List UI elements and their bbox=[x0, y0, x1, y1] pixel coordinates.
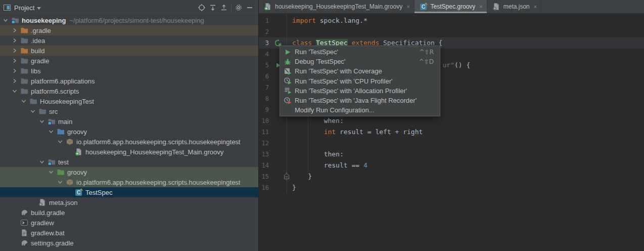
line-number[interactable]: 9 bbox=[259, 104, 269, 115]
line-number[interactable]: 15 bbox=[259, 171, 269, 182]
tree-item-groovy[interactable]: groovy bbox=[0, 127, 258, 137]
close-icon[interactable]: × bbox=[406, 4, 409, 10]
chevron-expanded-icon[interactable] bbox=[38, 117, 48, 126]
tree-item-platform6-scripts[interactable]: platform6.scripts bbox=[0, 86, 258, 96]
editor-tab-meta-json[interactable]: meta.json× bbox=[487, 0, 541, 13]
code-line-1[interactable]: 1import spock.lang.* bbox=[259, 15, 644, 26]
line-number[interactable]: 3 bbox=[259, 37, 269, 49]
tree-item-settings-gradle[interactable]: settings.gradle bbox=[0, 238, 258, 248]
tree-item-label: groovy bbox=[67, 128, 87, 136]
tree-item-io-platform6-app-housekeeping-scripts-housekeepingtest[interactable]: io.platform6.app.housekeeping.scripts.ho… bbox=[0, 137, 258, 147]
menu-item-modify-run-configuration-[interactable]: Modify Run Configuration... bbox=[280, 105, 440, 115]
close-icon[interactable]: × bbox=[479, 4, 482, 10]
line-number[interactable]: 14 bbox=[259, 160, 269, 171]
editor-tab-housekeeping-housekeepingtest-main-groovy[interactable]: housekeeping_HousekeepingTest_Main.groov… bbox=[259, 0, 415, 13]
chevron-collapsed-icon[interactable] bbox=[11, 26, 20, 34]
line-number[interactable]: 10 bbox=[259, 115, 269, 127]
code-text: then: bbox=[287, 149, 644, 160]
tree-item-meta-json[interactable]: meta.json bbox=[0, 197, 258, 207]
menu-item-run-testspec-with-java-flight-recorder-[interactable]: Run 'TestSpec' with 'Java Flight Recorde… bbox=[280, 96, 440, 105]
minimize-button[interactable] bbox=[244, 2, 255, 13]
line-number[interactable]: 8 bbox=[259, 93, 269, 104]
chevron-expanded-icon[interactable] bbox=[48, 128, 57, 136]
line-number[interactable]: 2 bbox=[259, 26, 269, 37]
chevron-collapsed-icon[interactable] bbox=[11, 36, 20, 45]
tree-item-main[interactable]: main bbox=[0, 116, 258, 127]
line-number[interactable]: 4 bbox=[259, 49, 269, 60]
tree-item--gradle[interactable]: .gradle bbox=[0, 25, 258, 35]
line-number[interactable]: 11 bbox=[259, 127, 269, 138]
tree-item--idea[interactable]: .idea bbox=[0, 35, 258, 46]
chevron-expanded-icon[interactable] bbox=[11, 87, 20, 95]
tree-item-gradle[interactable]: gradle bbox=[0, 56, 258, 66]
code-line-12[interactable]: 12 bbox=[259, 138, 644, 149]
menu-item-run-testspec-with-coverage[interactable]: Run 'TestSpec' with Coverage bbox=[280, 66, 440, 76]
chevron-expanded-icon[interactable] bbox=[38, 158, 48, 166]
svg-text:C: C bbox=[77, 190, 80, 195]
menu-item-debug-testspec-[interactable]: Debug 'TestSpec'^⇧D bbox=[280, 57, 440, 66]
tree-item-external-libraries[interactable]: External Libraries bbox=[0, 248, 258, 251]
menu-item-run-testspec-with-allocation-profiler-[interactable]: Run 'TestSpec' with 'Allocation Profiler… bbox=[280, 86, 440, 96]
chevron-expanded-icon[interactable] bbox=[2, 16, 11, 24]
line-number[interactable]: 6 bbox=[259, 71, 269, 82]
menu-item-run-testspec-with-cpu-profiler-[interactable]: Run 'TestSpec' with 'CPU Profiler' bbox=[280, 76, 440, 86]
tree-item-housekeepingtest[interactable]: HousekeepingTest bbox=[0, 96, 258, 106]
line-number[interactable]: 5 bbox=[259, 60, 269, 71]
tree-item-gradlew[interactable]: gradlew bbox=[0, 218, 258, 228]
tree-item-platform6-applications[interactable]: platform6.applications bbox=[0, 76, 258, 86]
tree-item-label: gradlew.bat bbox=[31, 229, 65, 237]
chevron-collapsed-icon[interactable] bbox=[11, 47, 20, 55]
tab-label: housekeeping_HousekeepingTest_Main.groov… bbox=[275, 3, 402, 10]
menu-item-label: Run 'TestSpec' bbox=[295, 48, 338, 56]
code-line-16[interactable]: 16} bbox=[259, 182, 644, 193]
tree-item-gradlew-bat[interactable]: gradlew.bat bbox=[0, 228, 258, 238]
code-line-2[interactable]: 2 bbox=[259, 26, 644, 37]
line-number[interactable]: 16 bbox=[259, 182, 269, 193]
tree-item-groovy[interactable]: groovy bbox=[0, 167, 258, 177]
panel-title: Project bbox=[14, 4, 34, 12]
code-line-10[interactable]: 10 when: bbox=[259, 115, 644, 127]
chevron-expanded-icon[interactable] bbox=[48, 168, 57, 176]
tree-item-build[interactable]: build bbox=[0, 46, 258, 56]
tree-item-housekeeping[interactable]: housekeeping~/platform6/projects/simont-… bbox=[0, 15, 258, 25]
menu-item-run-testspec-[interactable]: Run 'TestSpec'^⇧R bbox=[280, 47, 440, 57]
tree-item-testspec[interactable]: CTestSpec bbox=[0, 187, 258, 197]
chevron-expanded-icon[interactable] bbox=[2, 249, 11, 251]
run-icon bbox=[284, 48, 292, 56]
tree-item-build-gradle[interactable]: build.gradle bbox=[0, 207, 258, 218]
chevron-down-icon[interactable] bbox=[37, 7, 41, 10]
line-number[interactable]: 13 bbox=[259, 149, 269, 160]
tree-item-io-platform6-app-housekeeping-scripts-housekeepingtest[interactable]: io.platform6.app.housekeeping.scripts.ho… bbox=[0, 177, 258, 187]
chevron-expanded-icon[interactable] bbox=[57, 138, 66, 146]
gear-icon bbox=[235, 4, 243, 12]
gear-button[interactable] bbox=[233, 2, 244, 13]
chevron-collapsed-icon[interactable] bbox=[11, 67, 20, 75]
expand-all-button[interactable] bbox=[207, 2, 218, 13]
code-line-15[interactable]: 15 } bbox=[259, 171, 644, 182]
code-line-14[interactable]: 14 result == 4 bbox=[259, 160, 644, 171]
tree-item-label: groovy bbox=[67, 169, 87, 176]
collapse-all-button[interactable] bbox=[218, 2, 229, 13]
code-line-11[interactable]: 11 int result = left + right bbox=[259, 127, 644, 138]
tree-item-libs[interactable]: libs bbox=[0, 66, 258, 76]
line-number[interactable]: 1 bbox=[259, 15, 269, 26]
line-number[interactable]: 7 bbox=[259, 82, 269, 93]
chevron-expanded-icon[interactable] bbox=[57, 178, 66, 186]
line-number[interactable]: 12 bbox=[259, 138, 269, 149]
editor-tab-testspec-groovy[interactable]: CTestSpec.groovy× bbox=[415, 0, 487, 13]
chevron-expanded-icon[interactable] bbox=[29, 107, 38, 115]
target-button[interactable] bbox=[196, 2, 207, 13]
menu-item-label: Run 'TestSpec' with 'CPU Profiler' bbox=[295, 77, 392, 85]
tree-item-housekeeping-housekeepingtest-main-groovy[interactable]: housekeeping_HousekeepingTest_Main.groov… bbox=[0, 147, 258, 157]
chevron-expanded-icon[interactable] bbox=[20, 97, 29, 105]
chevron-collapsed-icon[interactable] bbox=[11, 57, 20, 65]
fold-marker-icon[interactable] bbox=[284, 173, 290, 180]
gutter-slot bbox=[269, 149, 287, 160]
code-text: } bbox=[287, 182, 644, 193]
chevron-collapsed-icon[interactable] bbox=[11, 77, 20, 85]
tree-item-src[interactable]: src bbox=[0, 106, 258, 116]
code-line-13[interactable]: 13 then: bbox=[259, 149, 644, 160]
tree-item-test[interactable]: test bbox=[0, 157, 258, 167]
close-icon[interactable]: × bbox=[534, 4, 537, 10]
chevron-expanded-icon bbox=[38, 158, 46, 166]
